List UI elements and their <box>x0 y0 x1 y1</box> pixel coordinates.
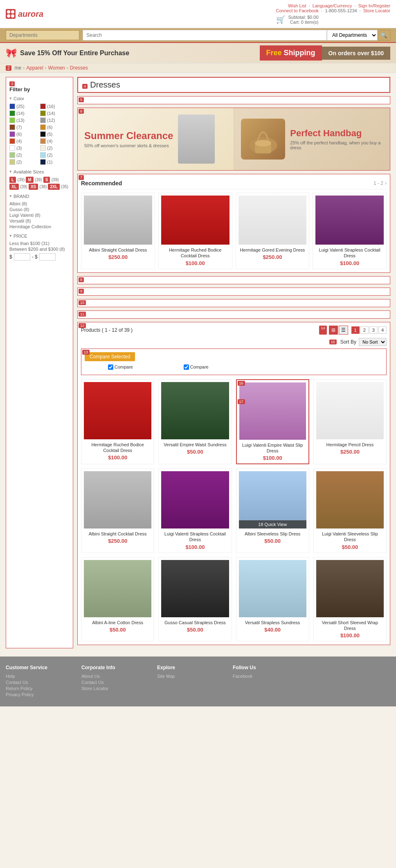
size-XS[interactable]: XS (38) <box>29 184 47 189</box>
logo[interactable]: aurora <box>6 9 43 19</box>
size-filter: Available Sizes L (39) M (39) S (39) XL … <box>9 169 70 189</box>
grid-view-button[interactable]: ⊞ <box>329 326 338 335</box>
product-7-image[interactable]: 18 Quick View <box>239 471 306 528</box>
footer-return-link[interactable]: Return Policy <box>6 686 73 691</box>
badge-8: 8 <box>79 277 84 282</box>
rec-product-3-price: $250.00 <box>239 254 307 260</box>
compare-checkbox-2[interactable] <box>184 364 189 370</box>
color-cream[interactable]: (2) <box>40 145 70 151</box>
product-6: Luigi Valenti Strapless Cocktail Dress $… <box>158 468 232 553</box>
size-filter-label[interactable]: Available Sizes <box>9 169 70 174</box>
color-navy[interactable]: (1) <box>40 159 70 165</box>
color-red[interactable]: (16) <box>40 103 70 109</box>
footer-sitemap-link[interactable]: Site Map <box>157 674 225 679</box>
product-6-name: Luigi Valenti Strapless Cocktail Dress <box>161 531 229 543</box>
color-yl-green[interactable]: (2) <box>9 152 39 158</box>
product-12-price: $100.00 <box>316 632 384 639</box>
brand-luigi[interactable]: Luigi Valenti (8) <box>9 213 70 218</box>
color-grey[interactable]: (12) <box>40 117 70 123</box>
footer-contact-link[interactable]: Contact Us <box>6 680 73 685</box>
color-orange[interactable]: (6) <box>40 124 70 130</box>
footer-privacy-link[interactable]: Privacy Policy <box>6 692 73 697</box>
size-XL[interactable]: XL (39) <box>9 184 27 189</box>
color-white[interactable]: (3) <box>9 145 39 151</box>
size-L[interactable]: L (39) <box>9 177 25 182</box>
footer-help-link[interactable]: Help <box>6 674 73 679</box>
brand-gusso[interactable]: Gusso (8) <box>9 207 70 212</box>
breadcrumb-dresses[interactable]: Dresses <box>70 65 88 71</box>
logo-icon <box>6 9 16 19</box>
color-olive[interactable]: (14) <box>40 110 70 116</box>
logo-text[interactable]: aurora <box>18 9 43 19</box>
color-tan[interactable]: (4) <box>40 138 70 144</box>
list-view-button[interactable]: ☰ <box>339 326 348 335</box>
color-black[interactable]: (5) <box>40 131 70 137</box>
product-6-image[interactable] <box>161 471 229 528</box>
recommended-pagination[interactable]: 1 - 2 › <box>374 180 387 186</box>
color-yellow[interactable]: (2) <box>9 159 39 165</box>
departments-select[interactable] <box>6 30 79 40</box>
language-link[interactable]: Language/Currency <box>313 3 352 8</box>
facebook-link[interactable]: Connect to Facebook <box>276 8 319 13</box>
color-purple[interactable]: (6) <box>9 131 39 137</box>
color-coral[interactable]: (4) <box>9 138 39 144</box>
chevron-right-icon[interactable]: › <box>385 180 387 186</box>
price-200-300[interactable]: Between $200 and $300 (8) <box>9 247 70 252</box>
breadcrumb-home[interactable]: me <box>15 65 22 71</box>
page-2[interactable]: 2 <box>360 326 369 334</box>
color-lt-blue[interactable]: (2) <box>40 152 70 158</box>
color-brown[interactable]: (7) <box>9 124 39 130</box>
color-blue[interactable]: (25) <box>9 103 39 109</box>
brand-versatil[interactable]: Versatil (8) <box>9 218 70 223</box>
product-5-image[interactable] <box>84 471 151 528</box>
compare-selected-button[interactable]: Compare Selected <box>85 352 135 361</box>
size-2XL[interactable]: 2XL (35) <box>48 184 68 189</box>
compare-checkbox-1[interactable] <box>108 364 113 370</box>
sort-select[interactable]: No Sort <box>359 338 387 346</box>
color-lime[interactable]: (13) <box>9 117 39 123</box>
price-filter-label[interactable]: PRICE <box>9 233 70 238</box>
price-under100[interactable]: Less than $100 (31) <box>9 241 70 246</box>
product-10-image[interactable] <box>161 560 229 617</box>
product-1-image[interactable] <box>84 382 151 439</box>
wishlist-link[interactable]: Wish List <box>288 3 306 8</box>
badge-16: 16 <box>238 381 245 386</box>
badge-15: 15 <box>329 340 337 344</box>
store-locator-link[interactable]: Store Locator <box>363 8 390 13</box>
page-4[interactable]: 4 <box>378 326 387 334</box>
price-to-input[interactable] <box>39 253 56 261</box>
footer-col-customer: Customer Service Help Contact Us Return … <box>6 665 73 698</box>
product-4-image[interactable] <box>316 382 384 439</box>
brand-hermitage[interactable]: Hermitage Collection <box>9 224 70 229</box>
footer-store-locator-link[interactable]: Store Locator <box>81 686 149 691</box>
color-green[interactable]: (14) <box>9 110 39 116</box>
search-input[interactable] <box>83 30 327 40</box>
product-12-image[interactable] <box>316 560 384 617</box>
page-3[interactable]: 3 <box>369 326 378 334</box>
breadcrumb-women[interactable]: Women <box>48 65 65 71</box>
promo-shipping-label: Shipping <box>284 49 315 57</box>
size-M[interactable]: M (39) <box>26 177 42 182</box>
color-filter-label[interactable]: Color <box>9 96 70 101</box>
product-5-name: Albini Straight Cocktail Dress <box>84 531 151 537</box>
size-S[interactable]: S (39) <box>43 177 59 182</box>
search-button[interactable]: 🔍 <box>378 30 390 40</box>
page-1[interactable]: 1 <box>351 326 360 334</box>
product-11-image[interactable] <box>239 560 306 617</box>
brand-albini[interactable]: Albini (8) <box>9 201 70 206</box>
footer-about-link[interactable]: About Us <box>81 674 149 679</box>
price-from-input[interactable] <box>14 253 30 261</box>
footer-corporate-contact-link[interactable]: Contact Us <box>81 680 149 685</box>
product-9-image[interactable] <box>84 560 151 617</box>
badge-14: 14 <box>319 326 326 335</box>
product-8-image[interactable] <box>316 471 384 528</box>
footer-corporate-title: Corporate Info <box>81 665 149 670</box>
product-2-image[interactable] <box>161 382 229 439</box>
product-3-image[interactable] <box>239 382 306 440</box>
footer-facebook-link[interactable]: Facebook <box>233 674 300 679</box>
brand-filter-label[interactable]: BRAND <box>9 193 70 199</box>
department-dropdown[interactable]: All Departments <box>327 30 378 40</box>
signin-link[interactable]: Sign In/Register <box>358 3 390 8</box>
breadcrumb-apparel[interactable]: Apparel <box>26 65 43 71</box>
badge-5: 5 <box>79 97 84 102</box>
